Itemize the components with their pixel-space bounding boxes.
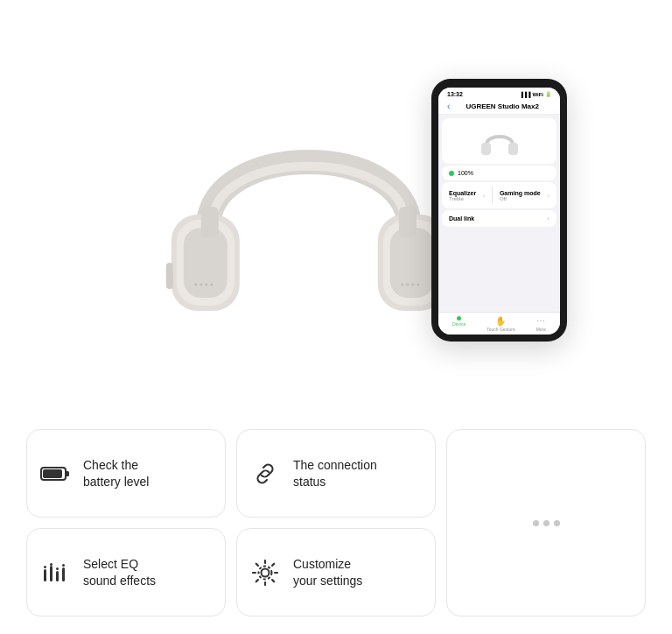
eq-label: Equalizer <box>449 190 476 196</box>
back-button[interactable]: ‹ <box>447 102 450 111</box>
svg-rect-21 <box>66 471 69 476</box>
eq-feature-text: Select EQsound effects <box>83 556 156 589</box>
svg-rect-23 <box>44 569 46 581</box>
svg-rect-28 <box>56 567 59 570</box>
svg-rect-27 <box>56 571 59 581</box>
gaming-label: Gaming mode <box>500 190 541 196</box>
svg-point-6 <box>210 284 213 286</box>
battery-indicator <box>449 171 454 176</box>
equalizer-icon <box>39 557 71 588</box>
svg-rect-10 <box>390 228 434 298</box>
svg-rect-26 <box>50 563 52 566</box>
phone-app-title: UGREEN Studio Max2 <box>453 102 551 110</box>
feature-card-settings[interactable]: Customizeyour settings <box>236 528 436 616</box>
svg-rect-18 <box>481 143 491 155</box>
placeholder-dot-2 <box>543 520 550 526</box>
svg-rect-25 <box>50 566 52 581</box>
feature-card-placeholder <box>446 429 646 616</box>
svg-rect-7 <box>166 263 173 289</box>
battery-status-icon: 🔋 <box>545 91 551 97</box>
more-icon: ⋯ <box>536 316 545 326</box>
tab-device[interactable]: Device <box>452 316 466 332</box>
svg-point-13 <box>411 284 414 286</box>
headphones-image <box>138 53 480 368</box>
phone-dual-link[interactable]: Dual link › <box>442 210 556 227</box>
signal-icon: ▐▐▐ <box>520 92 531 97</box>
svg-rect-24 <box>44 566 46 568</box>
svg-point-12 <box>406 284 409 286</box>
gear-icon <box>249 557 281 588</box>
features-grid: Check thebattery level The connectionsta… <box>0 420 672 634</box>
battery-level: 100% <box>458 170 473 176</box>
phone-eq-row[interactable]: Equalizer Treble › Gaming mode Off › <box>442 182 556 208</box>
placeholder-dot-1 <box>533 520 539 526</box>
battery-feature-text: Check thebattery level <box>83 457 149 490</box>
svg-rect-16 <box>201 207 219 237</box>
svg-rect-2 <box>184 228 228 298</box>
svg-point-4 <box>200 284 202 286</box>
tab-device-label: Device <box>452 321 466 327</box>
eq-sub: Treble <box>449 196 476 201</box>
wifi-icon: WiFi <box>532 92 543 97</box>
gaming-sub: Off <box>500 196 541 201</box>
link-icon <box>249 458 281 490</box>
phone-headphones-thumbnail <box>442 118 556 164</box>
svg-rect-17 <box>399 207 416 237</box>
settings-feature-text: Customizeyour settings <box>293 556 362 589</box>
connection-feature-text: The connectionstatus <box>293 457 377 490</box>
svg-point-31 <box>262 568 270 576</box>
tab-touch-label: Touch Gesture <box>486 327 515 332</box>
tab-more[interactable]: ⋯ More <box>536 316 546 332</box>
feature-card-battery[interactable]: Check thebattery level <box>26 429 226 518</box>
dual-link-chevron: › <box>547 215 550 222</box>
tab-touch[interactable]: ✋ Touch Gesture <box>486 316 515 332</box>
svg-rect-30 <box>62 564 65 567</box>
svg-point-3 <box>194 284 197 286</box>
tab-device-dot <box>457 316 461 321</box>
feature-card-connection[interactable]: The connectionstatus <box>236 429 436 518</box>
placeholder-dot-3 <box>554 520 560 526</box>
phone-time: 13:32 <box>447 91 463 97</box>
dual-link-label: Dual link <box>449 215 474 222</box>
touch-gesture-icon: ✋ <box>495 316 506 326</box>
battery-icon <box>39 458 71 490</box>
svg-rect-22 <box>43 469 62 478</box>
phone-tab-bar: Device ✋ Touch Gesture ⋯ More <box>438 312 560 335</box>
feature-card-eq[interactable]: Select EQsound effects <box>26 528 226 616</box>
phone-mockup: 13:32 ▐▐▐ WiFi 🔋 ‹ UGREEN Studio Max2 <box>431 79 567 342</box>
phone-battery-row: 100% <box>442 166 556 180</box>
svg-point-11 <box>401 284 403 286</box>
placeholder-dots <box>533 520 560 526</box>
svg-rect-19 <box>508 143 518 155</box>
tab-more-label: More <box>536 327 546 332</box>
svg-point-14 <box>416 284 419 286</box>
hero-section: 13:32 ▐▐▐ WiFi 🔋 ‹ UGREEN Studio Max2 <box>0 0 672 420</box>
svg-point-5 <box>205 284 207 286</box>
svg-rect-29 <box>62 567 65 581</box>
